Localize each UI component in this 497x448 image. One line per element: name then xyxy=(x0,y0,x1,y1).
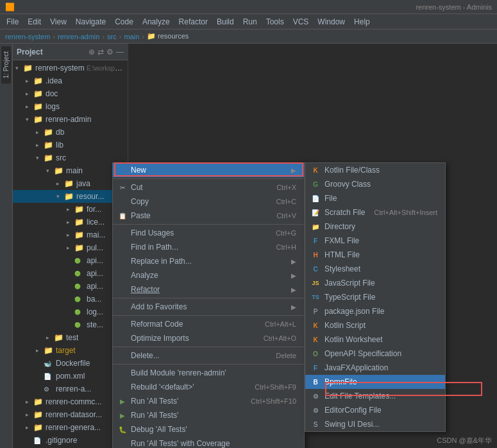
tree-item-renren-commc[interactable]: ▸ 📁 renren-commc... xyxy=(13,395,128,408)
tree-item-mai[interactable]: ▸ 📁 mai... xyxy=(13,228,128,241)
menu-item-refactor[interactable]: Refactor xyxy=(175,16,212,28)
menu-item-vcs[interactable]: VCS xyxy=(289,16,313,28)
submenu-item-edit-file-templates[interactable]: ⚙ Edit File Templates... xyxy=(305,389,445,403)
submenu-item-html[interactable]: H HTML File xyxy=(305,248,445,262)
tree-item-dockerfile[interactable]: 🐋 Dockerfile xyxy=(13,357,128,370)
minimize-icon[interactable]: — xyxy=(116,47,124,56)
submenu-item-javascript[interactable]: JS JavaScript File xyxy=(305,276,445,290)
ctx-item-refactor[interactable]: Refactor ▶ xyxy=(113,282,304,297)
tree-item-for[interactable]: ▸ 📁 for... xyxy=(13,203,128,216)
ctx-item-optimize[interactable]: Optimize Imports Ctrl+Alt+O xyxy=(113,331,304,345)
submenu-item-fxml[interactable]: F FXML File xyxy=(305,234,445,248)
menu-item-edit[interactable]: Edit xyxy=(24,16,45,28)
panel-icons: ⊕ ⇄ ⚙ — xyxy=(88,47,124,56)
ctx-item-buildmodule[interactable]: Build Module 'renren-admin' xyxy=(113,366,304,380)
tree-item-main[interactable]: ▾ 📁 main xyxy=(13,164,128,177)
tree-item-renren-config[interactable]: ⚙ renren-a... xyxy=(13,383,128,395)
tree-item-db[interactable]: ▸ 📁 db xyxy=(13,126,128,139)
tree-item-lib[interactable]: ▸ 📁 lib xyxy=(13,139,128,151)
menu-item-tools[interactable]: Tools xyxy=(262,16,288,28)
tree-item-doc[interactable]: ▸ 📁 doc xyxy=(13,87,128,100)
tree-item-logs[interactable]: ▸ 📁 logs xyxy=(13,100,128,113)
submenu-item-typescript[interactable]: TS TypeScript File xyxy=(305,290,445,304)
tree-item-renren-genera[interactable]: ▸ 📁 renren-genera... xyxy=(13,421,128,434)
tree-item-api2[interactable]: 🟢 api... xyxy=(13,267,128,280)
ctx-item-run-all-tests-1[interactable]: ▶ Run 'All Tests' Ctrl+Shift+F10 xyxy=(113,394,304,408)
menu-item-file[interactable]: File xyxy=(3,16,22,28)
tree-item-renren-system[interactable]: ▾ 📁 renren-system E:\workspace\idea\renr… xyxy=(13,62,128,74)
submenu-item-kotlin-script[interactable]: K Kotlin Script xyxy=(305,318,445,332)
submenu-item-swing-ui[interactable]: S Swing UI Desi... xyxy=(305,417,445,431)
tree-item-pom[interactable]: 📄 pom.xml xyxy=(13,370,128,383)
sync-icon[interactable]: ⊕ xyxy=(88,47,95,56)
tree-item-lice[interactable]: ▸ 📁 lice... xyxy=(13,216,128,228)
submenu-item-directory[interactable]: 📁 Directory xyxy=(305,220,445,234)
submenu-item-file[interactable]: 📄 File xyxy=(305,191,445,205)
ctx-item-copy[interactable]: Copy Ctrl+C xyxy=(113,194,304,209)
ctx-item-run-coverage[interactable]: Run 'All Tests' with Coverage xyxy=(113,436,304,448)
tree-item-resources[interactable]: ▾ 📁 resour... xyxy=(13,190,128,203)
menu-item-run[interactable]: Run xyxy=(239,16,261,28)
ctx-item-addfav[interactable]: Add to Favorites ▶ xyxy=(113,300,304,314)
side-tab: 1: Project xyxy=(0,44,13,448)
html-icon: H xyxy=(310,252,321,259)
menu-item-code[interactable]: Code xyxy=(111,16,137,28)
menu-item-help[interactable]: Help xyxy=(350,16,374,28)
submenu-item-groovy-class[interactable]: G Groovy Class xyxy=(305,177,445,191)
breadcrumb-item-4[interactable]: main xyxy=(124,33,139,40)
ctx-item-delete[interactable]: Delete... Delete xyxy=(113,349,304,363)
expand-arrow: ▾ xyxy=(15,65,23,71)
tree-item-src[interactable]: ▾ 📁 src xyxy=(13,151,128,164)
ctx-item-cut[interactable]: ✂ Cut Ctrl+X xyxy=(113,180,304,194)
breadcrumb-item-2[interactable]: renren-admin xyxy=(58,33,99,40)
scratch-file-icon: 📝 xyxy=(310,209,321,216)
tree-item-api3[interactable]: 🟢 api... xyxy=(13,280,128,293)
settings-icon[interactable]: ⚙ xyxy=(106,47,114,56)
ctx-item-debug-all-tests[interactable]: 🐛 Debug 'All Tests' xyxy=(113,422,304,436)
submenu-item-scratch-file[interactable]: 📝 Scratch File Ctrl+Alt+Shift+Insert xyxy=(305,205,445,220)
submenu-item-editorconfig[interactable]: ⚙ EditorConfig File xyxy=(305,403,445,417)
ctx-item-analyze[interactable]: Analyze ▶ xyxy=(113,268,304,282)
tree-item-renren-admin[interactable]: ▾ 📁 renren-admin xyxy=(13,113,128,126)
breadcrumb-item-5[interactable]: 📁 resources xyxy=(147,32,189,40)
ctx-item-rebuild[interactable]: Rebuild '<default>' Ctrl+Shift+F9 xyxy=(113,380,304,394)
tree-item-idea[interactable]: ▸ 📁 .idea xyxy=(13,74,128,87)
breadcrumb-item-1[interactable]: renren-system xyxy=(5,33,50,40)
submenu-item-javafxapp[interactable]: F JavaFXApplication xyxy=(305,361,445,375)
submenu-item-packagejson[interactable]: P package.json File xyxy=(305,304,445,318)
ctx-item-reformat[interactable]: Reformat Code Ctrl+Alt+L xyxy=(113,317,304,331)
tree-item-java[interactable]: ▸ 📁 java xyxy=(13,177,128,190)
ctx-item-replaceinpath[interactable]: Replace in Path... ▶ xyxy=(113,254,304,268)
sidebar-tab-project[interactable]: 1: Project xyxy=(1,46,11,83)
debug-icon: 🐛 xyxy=(118,425,127,434)
tree-item-pul[interactable]: ▸ 📁 pul... xyxy=(13,241,128,254)
new-icon xyxy=(118,166,127,175)
cut-icon: ✂ xyxy=(118,183,127,192)
menu-item-navigate[interactable]: Navigate xyxy=(72,16,110,28)
tree-item-api1[interactable]: 🟢 api... xyxy=(13,254,128,267)
submenu-item-bpmnfile[interactable]: B BpmnFile xyxy=(305,375,445,389)
menu-item-build[interactable]: Build xyxy=(213,16,238,28)
expand-icon[interactable]: ⇄ xyxy=(97,47,104,56)
tree-item-target[interactable]: ▸ 📁 target xyxy=(13,344,128,357)
submenu-item-stylesheet[interactable]: C Stylesheet xyxy=(305,262,445,276)
tree-item-ste[interactable]: 🟢 ste... xyxy=(13,318,128,331)
submenu-item-kotlin-file[interactable]: K Kotlin File/Class xyxy=(305,163,445,177)
breadcrumb-item-3[interactable]: src xyxy=(107,33,117,40)
ctx-item-new[interactable]: New ▶ xyxy=(113,163,304,177)
tree-item-renren-datasor[interactable]: ▸ 📁 renren-datasor... xyxy=(13,408,128,421)
ctx-item-findusages[interactable]: Find Usages Ctrl+G xyxy=(113,226,304,240)
ctx-item-run-all-tests-2[interactable]: ▶ Run 'All Tests' xyxy=(113,408,304,422)
menu-item-analyze[interactable]: Analyze xyxy=(139,16,174,28)
tree-item-gitignore[interactable]: 📄 .gitignore xyxy=(13,434,128,447)
ctx-item-paste[interactable]: 📋 Paste Ctrl+V xyxy=(113,209,304,223)
menu-item-view[interactable]: View xyxy=(46,16,71,28)
tree-item-ba[interactable]: 🟢 ba... xyxy=(13,293,128,306)
tree-item-log[interactable]: 🟢 log... xyxy=(13,306,128,318)
submenu-item-kotlin-worksheet[interactable]: K Kotlin Worksheet xyxy=(305,332,445,347)
tree-item-test[interactable]: ▸ 📁 test xyxy=(13,331,128,344)
js-icon: JS xyxy=(310,280,321,286)
menu-item-window[interactable]: Window xyxy=(314,16,349,28)
submenu-item-openapi[interactable]: O OpenAPI Specification xyxy=(305,347,445,361)
ctx-item-findinpath[interactable]: Find in Path... Ctrl+H xyxy=(113,240,304,254)
